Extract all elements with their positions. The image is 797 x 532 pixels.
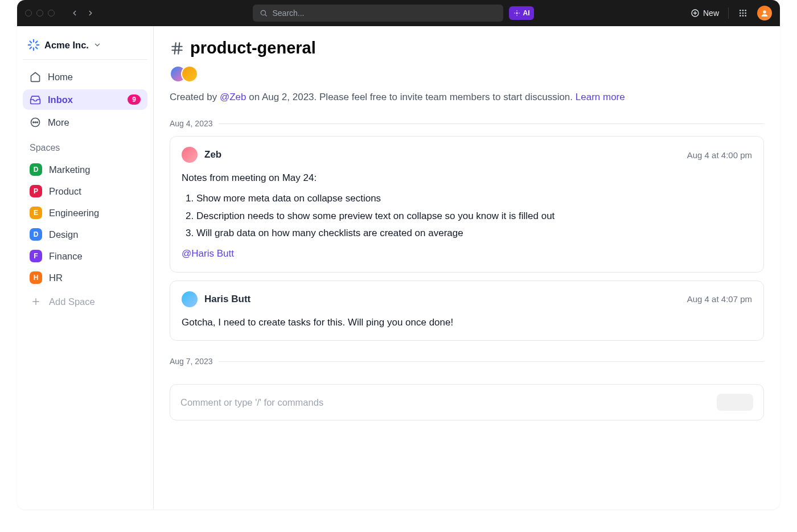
- member-avatar: [181, 65, 198, 83]
- space-item[interactable]: DDesign: [23, 224, 147, 245]
- traffic-close[interactable]: [25, 10, 32, 17]
- channel-name: product-general: [190, 39, 316, 57]
- home-icon: [30, 71, 41, 83]
- more-icon: [30, 117, 41, 128]
- sidebar: Acme Inc. Home Inbox 9: [17, 26, 154, 509]
- author-avatar: [182, 291, 198, 307]
- space-chip: D: [30, 163, 42, 176]
- space-item[interactable]: DMarketing: [23, 159, 147, 180]
- svg-point-3: [517, 10, 518, 11]
- nav-home[interactable]: Home: [23, 67, 147, 87]
- ai-button[interactable]: AI: [509, 6, 534, 20]
- search-placeholder: Search...: [272, 9, 304, 18]
- nav-back-button[interactable]: [68, 7, 81, 19]
- new-button[interactable]: New: [691, 9, 719, 18]
- space-item[interactable]: PProduct: [23, 180, 147, 202]
- svg-point-13: [740, 13, 741, 14]
- space-item[interactable]: FFinance: [23, 245, 147, 267]
- user-avatar[interactable]: [757, 6, 772, 20]
- inbox-icon: [30, 94, 41, 105]
- author-name: Haris Butt: [204, 294, 250, 305]
- svg-point-16: [740, 15, 741, 17]
- space-label: Product: [49, 186, 81, 197]
- traffic-minimize[interactable]: [36, 10, 43, 17]
- svg-point-0: [261, 10, 266, 15]
- member-avatars[interactable]: [170, 65, 764, 83]
- app-grid-button[interactable]: [738, 8, 748, 18]
- composer-placeholder: Comment or type '/' for commands: [180, 397, 323, 408]
- svg-point-12: [745, 10, 746, 11]
- message-time: Aug 4 at 4:07 pm: [687, 294, 752, 304]
- date-separator: Aug 7, 2023: [170, 357, 764, 366]
- svg-point-5: [515, 13, 516, 14]
- space-chip: D: [30, 228, 42, 241]
- send-button[interactable]: [717, 394, 753, 411]
- message[interactable]: Zeb Aug 4 at 4:00 pm Notes from meeting …: [170, 136, 764, 273]
- space-label: Finance: [49, 251, 83, 262]
- message-body: Gotcha, I need to create tasks for this.…: [182, 315, 752, 330]
- svg-line-26: [30, 47, 32, 49]
- svg-point-6: [519, 13, 520, 14]
- add-space-button[interactable]: Add Space: [23, 291, 147, 312]
- message[interactable]: Haris Butt Aug 4 at 4:07 pm Gotcha, I ne…: [170, 281, 764, 341]
- hash-icon: [170, 41, 184, 56]
- svg-line-36: [175, 43, 176, 54]
- space-item[interactable]: EEngineering: [23, 202, 147, 224]
- svg-point-17: [742, 15, 744, 17]
- svg-line-37: [178, 43, 179, 54]
- message-body: Notes from meeting on May 24: Show more …: [182, 171, 752, 262]
- traffic-maximize[interactable]: [48, 10, 55, 17]
- space-item[interactable]: HHR: [23, 267, 147, 288]
- svg-point-15: [745, 13, 746, 14]
- svg-point-19: [763, 10, 766, 13]
- plus-circle-icon: [691, 9, 700, 18]
- space-chip: E: [30, 207, 42, 219]
- nav-label: Home: [48, 72, 73, 83]
- nav-label: Inbox: [48, 94, 73, 105]
- workspace-switcher[interactable]: Acme Inc.: [23, 34, 147, 60]
- channel-title: product-general: [170, 39, 764, 57]
- nav-label: More: [48, 117, 69, 128]
- space-chip: H: [30, 271, 42, 284]
- creator-mention[interactable]: @Zeb: [220, 92, 247, 102]
- nav-inbox[interactable]: Inbox 9: [23, 89, 147, 110]
- author-name: Zeb: [204, 149, 221, 160]
- svg-point-10: [740, 10, 741, 11]
- add-space-label: Add Space: [49, 296, 95, 307]
- svg-line-22: [30, 42, 32, 43]
- main-content: product-general Created by @Zeb on Aug 2…: [154, 26, 780, 509]
- comment-composer[interactable]: Comment or type '/' for commands: [170, 384, 764, 420]
- svg-line-27: [36, 42, 38, 43]
- svg-point-31: [37, 122, 38, 123]
- author-avatar: [182, 147, 198, 163]
- search-icon: [260, 9, 268, 17]
- plus-icon: [30, 295, 42, 308]
- space-label: Design: [49, 229, 78, 240]
- spaces-heading: Spaces: [23, 135, 147, 156]
- svg-point-2: [516, 13, 518, 14]
- divider: [728, 7, 729, 19]
- learn-more-link[interactable]: Learn more: [576, 92, 625, 102]
- space-chip: P: [30, 185, 42, 197]
- list-item: Show more meta data on collapse sections: [196, 191, 752, 206]
- svg-line-23: [36, 47, 38, 49]
- nav-forward-button[interactable]: [84, 7, 97, 19]
- svg-point-11: [742, 10, 744, 11]
- nav-more[interactable]: More: [23, 112, 147, 133]
- app-window: Search... AI New: [17, 0, 780, 509]
- inbox-badge: 9: [128, 94, 141, 105]
- list-item: Description needs to show some preview t…: [196, 209, 752, 224]
- space-label: Marketing: [49, 164, 90, 175]
- chevron-down-icon: [93, 41, 101, 49]
- sparkle-icon: [513, 10, 520, 17]
- svg-line-1: [265, 15, 267, 17]
- svg-point-29: [33, 122, 34, 123]
- user-mention[interactable]: @Haris Butt: [182, 248, 234, 259]
- space-chip: F: [30, 250, 42, 262]
- list-item: Will grab data on how many checklists ar…: [196, 226, 752, 241]
- workspace-name: Acme Inc.: [44, 40, 89, 51]
- workspace-logo-icon: [27, 39, 40, 51]
- channel-meta: Created by @Zeb on Aug 2, 2023. Please f…: [170, 92, 764, 103]
- svg-point-4: [517, 15, 518, 16]
- search-input[interactable]: Search...: [253, 5, 503, 22]
